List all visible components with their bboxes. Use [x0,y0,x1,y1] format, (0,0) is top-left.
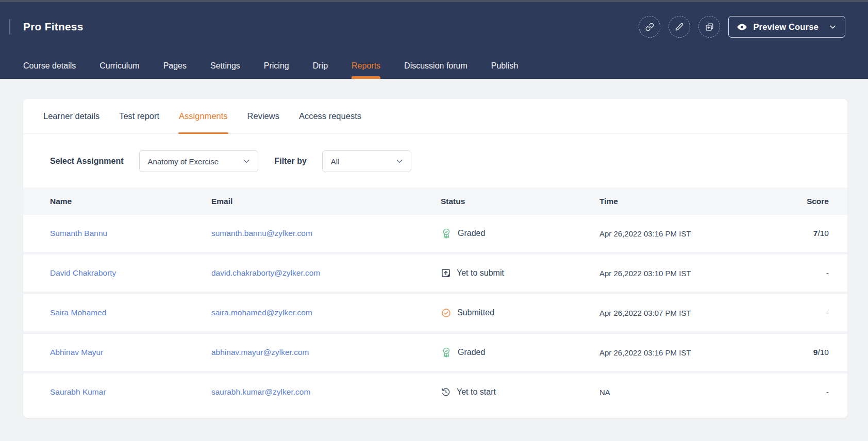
report-tab-reviews[interactable]: Reviews [247,99,279,133]
learner-name-link[interactable]: Saurabh Kumar [50,387,106,396]
preview-course-button[interactable]: Preview Course [728,16,845,38]
learner-email-link[interactable]: david.chakraborty@zylker.com [211,268,320,277]
status-cell: Yet to start [441,387,599,397]
tab-discussion-forum[interactable]: Discussion forum [404,53,468,79]
assignment-select[interactable]: Anatomy of Exercise [139,150,258,172]
submitted-check-icon [441,308,452,318]
report-tab-learner-details[interactable]: Learner details [43,99,99,133]
filter-by-label: Filter by [275,157,307,166]
status-label: Submitted [457,308,494,317]
table-row: Saurabh Kumarsaurabh.kumar@zylker.comYet… [23,374,847,411]
report-tab-test-report[interactable]: Test report [119,99,159,133]
status-cell: Submitted [441,308,599,318]
course-title: Pro Fitness [23,21,84,33]
filters-row: Select Assignment Anatomy of Exercise Fi… [23,134,847,188]
score-value: - [767,308,829,317]
status-cell: Graded [441,347,599,358]
duplicate-icon [705,23,714,31]
edit-icon [675,23,683,31]
table-row: David Chakrabortydavid.chakraborty@zylke… [23,255,847,292]
report-tab-bar: Learner detailsTest reportAssignmentsRev… [23,99,847,134]
edit-course-button[interactable] [669,16,690,38]
header-actions: Preview Course [639,16,868,38]
time-value: NA [599,388,767,397]
learner-name-link[interactable]: Saira Mohamed [50,308,106,317]
tab-settings[interactable]: Settings [210,53,240,79]
tab-curriculum[interactable]: Curriculum [99,53,139,79]
column-header-name: Name [50,197,211,206]
graded-award-icon [441,347,452,358]
score-value: - [767,268,829,278]
learner-name-link[interactable]: David Chakraborty [50,268,116,277]
time-value: Apr 26,2022 03:10 PM IST [599,269,767,278]
report-tab-assignments[interactable]: Assignments [179,99,227,133]
table-row: Abhinav Mayurabhinav.mayur@zylker.comGra… [23,334,847,371]
tab-drip[interactable]: Drip [313,53,328,79]
column-header-email: Email [211,197,441,206]
time-value: Apr 26,2022 03:07 PM IST [599,309,767,317]
card-footer [23,411,847,418]
column-header-time: Time [599,197,767,206]
graded-award-icon [441,228,452,239]
learner-email-link[interactable]: abhinav.mayur@zylker.com [211,348,309,357]
status-filter-value: All [331,157,340,166]
yet-to-submit-icon [441,268,451,278]
learner-email-link[interactable]: saira.mohamed@zylker.com [211,308,312,317]
status-cell: Yet to submit [441,268,599,278]
score-value: - [767,387,829,397]
title-divider [9,19,10,35]
chevron-down-icon [395,157,404,165]
learner-name-link[interactable]: Sumanth Bannu [50,229,107,238]
column-header-status: Status [441,197,599,206]
learner-email-link[interactable]: saurabh.kumar@zylker.com [211,387,310,396]
chevron-down-icon [829,23,837,31]
time-value: Apr 26,2022 03:16 PM IST [599,229,767,238]
status-label: Yet to start [457,387,496,397]
table-row: Saira Mohamedsaira.mohamed@zylker.comSub… [23,294,847,331]
yet-to-start-icon [441,387,451,397]
tab-pages[interactable]: Pages [163,53,187,79]
learner-name-link[interactable]: Abhinav Mayur [50,348,103,357]
reports-card: Learner detailsTest reportAssignmentsRev… [23,99,847,418]
time-value: Apr 26,2022 03:16 PM IST [599,348,767,357]
status-label: Graded [458,229,485,238]
preview-course-label: Preview Course [753,22,819,32]
score-value: 7/10 [767,229,829,238]
status-label: Yet to submit [457,268,504,278]
tab-publish[interactable]: Publish [491,53,518,79]
assignment-select-value: Anatomy of Exercise [148,157,219,166]
status-cell: Graded [441,228,599,239]
link-icon [645,23,654,31]
learner-email-link[interactable]: sumanth.bannu@zylker.com [211,229,312,238]
course-tab-bar: Course detailsCurriculumPagesSettingsPri… [23,53,518,79]
table-row: Sumanth Bannusumanth.bannu@zylker.comGra… [23,215,847,252]
course-header: Pro Fitness Preview Co [0,0,868,79]
report-tab-access-requests[interactable]: Access requests [299,99,361,133]
tab-course-details[interactable]: Course details [23,53,76,79]
duplicate-course-button[interactable] [698,16,720,38]
table-header: NameEmailStatusTimeScore [23,188,847,215]
status-label: Graded [458,348,485,357]
score-value: 9/10 [767,348,829,357]
chevron-down-icon [242,157,251,165]
copy-link-button[interactable] [639,16,660,38]
status-filter-select[interactable]: All [322,150,411,172]
column-header-score: Score [767,197,829,206]
eye-icon [737,22,747,32]
tab-pricing[interactable]: Pricing [264,53,289,79]
tab-reports[interactable]: Reports [352,53,380,79]
select-assignment-label: Select Assignment [50,157,124,166]
table-body: Sumanth Bannusumanth.bannu@zylker.comGra… [23,215,847,411]
